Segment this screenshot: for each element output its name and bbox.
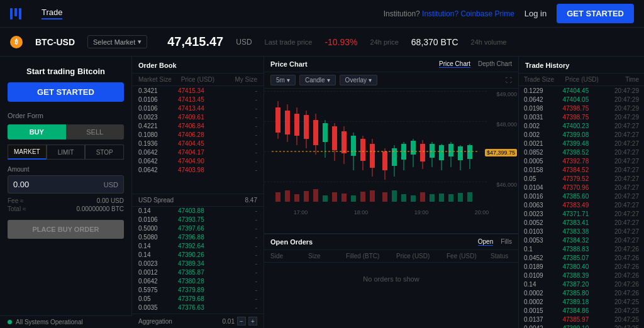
bid-row[interactable]: 0.0035 47376.63 - [132, 303, 264, 312]
total-label: Total ≈ [8, 205, 26, 212]
ask-row[interactable]: 0.0023 47409.61 - [132, 112, 264, 121]
agg-plus-button[interactable]: + [248, 317, 257, 325]
th-time: 20:47:25 [601, 307, 639, 314]
th-price: 47400.23 [563, 123, 602, 129]
ask-row[interactable]: 0.0642 47404.90 - [132, 156, 264, 165]
ask-row[interactable]: 0.0642 47403.98 - [132, 165, 264, 174]
ask-row[interactable]: 0.1080 47406.28 - [132, 130, 264, 139]
th-price: 47385.60 [563, 193, 602, 200]
open-orders-tabs: Open Fills [478, 238, 512, 246]
buy-tab[interactable]: BUY [8, 124, 66, 139]
ask-size: 0.0106 [138, 96, 178, 103]
svg-rect-23 [285, 190, 290, 202]
th-time: 20:47:26 [601, 254, 639, 261]
ask-row[interactable]: 0.4221 47406.84 - [132, 121, 264, 130]
bid-row[interactable]: 0.14 47392.64 - [132, 242, 264, 251]
market-order-tab[interactable]: MARKET [8, 145, 47, 160]
candle-chevron: ▾ [327, 77, 330, 84]
ask-row[interactable]: 0.0106 47413.45 - [132, 95, 264, 104]
th-price: 47380.40 [563, 263, 602, 270]
bid-size: 0.14 [138, 243, 178, 249]
place-order-button[interactable]: PLACE BUY ORDER [8, 220, 124, 239]
th-size: 0.0852 [524, 149, 563, 156]
ask-row[interactable]: 0.1936 47404.45 - [132, 139, 264, 148]
th-size: 0.0031 [524, 114, 563, 121]
get-started-panel-button[interactable]: GET STARTED [8, 82, 124, 102]
ask-size: 0.4221 [138, 123, 178, 129]
th-size: 0.0109 [524, 272, 563, 279]
bid-row[interactable]: 0.5080 47396.88 - [132, 233, 264, 242]
bid-row[interactable]: 0.0012 47385.87 - [132, 268, 264, 277]
th-time: 20:47:27 [601, 158, 639, 165]
bid-row[interactable]: 0.0023 47389.34 - [132, 260, 264, 268]
th-size: 0.0189 [524, 263, 563, 270]
select-market-button[interactable]: Select Market ▾ [87, 35, 147, 48]
ask-price: 47404.90 [178, 158, 218, 165]
bid-price: 47396.88 [178, 234, 218, 241]
ask-my-size: - [218, 96, 257, 103]
login-button[interactable]: Log in [525, 9, 547, 18]
amount-input[interactable]: 0.00 USD [8, 175, 124, 194]
th-time: 20:47:25 [601, 325, 639, 329]
price-chart-area: Price Chart Price Chart Depth Chart 5m ▾… [264, 57, 518, 234]
trade-history-row: 0.0452 47385.07 20:47:26 [519, 253, 644, 262]
svg-rect-25 [304, 191, 309, 202]
order-book-header: Market Size Price (USD) My Size [132, 74, 264, 86]
th-size: 0.0042 [524, 325, 563, 329]
bid-row[interactable]: 0.14 47390.26 - [132, 251, 264, 260]
th-time: 20:47:27 [601, 210, 639, 217]
get-started-nav-button[interactable]: GET STARTED [557, 4, 634, 23]
timeframe-button[interactable]: 5m ▾ [270, 75, 296, 85]
price-label-46k: $46,000 [496, 182, 517, 188]
candle-type-button[interactable]: Candle ▾ [299, 75, 336, 85]
th-time: 20:47:26 [601, 263, 639, 270]
fee-value: 0.00 USD [97, 197, 124, 204]
bid-row[interactable]: 0.0642 47380.28 - [132, 277, 264, 286]
fills-tab[interactable]: Fills [501, 238, 512, 246]
limit-order-tab[interactable]: LIMIT [47, 145, 86, 160]
bid-my-size: - [218, 304, 257, 311]
bid-row[interactable]: 0.5000 47397.66 - [132, 224, 264, 233]
depth-chart-tab[interactable]: Depth Chart [478, 60, 512, 68]
bid-row[interactable]: 0.0106 47393.75 - [132, 216, 264, 224]
open-orders-empty: No orders to show [264, 263, 518, 295]
svg-rect-40 [411, 141, 416, 155]
ask-row[interactable]: 0.0106 47413.44 - [132, 104, 264, 112]
th-size: 0.0005 [524, 158, 563, 165]
ask-price: 47413.45 [178, 96, 218, 103]
bid-price: 47389.34 [178, 260, 218, 267]
svg-rect-54 [392, 190, 397, 202]
agg-minus-button[interactable]: − [237, 317, 246, 325]
nav-trade[interactable]: Trade [42, 8, 62, 19]
ask-my-size: - [218, 167, 257, 173]
coinbase-prime-link[interactable]: Institution? Coinbase Prime [422, 9, 514, 18]
coinbase-logo [10, 8, 21, 19]
bid-size: 0.0106 [138, 216, 178, 223]
aggregation-row: Aggregation 0.01 − + [132, 314, 264, 328]
bid-my-size: - [218, 207, 257, 214]
change-label: 24h price [370, 38, 399, 46]
ask-price: 47406.28 [178, 131, 218, 138]
bid-row[interactable]: 0.5975 47379.89 - [132, 286, 264, 295]
ask-my-size: - [218, 131, 257, 138]
overlay-button[interactable]: Overlay ▾ [340, 75, 377, 85]
bid-size: 0.0642 [138, 278, 178, 285]
sell-tab[interactable]: SELL [66, 124, 125, 139]
bid-row[interactable]: 0.14 47403.88 - [132, 207, 264, 216]
ask-row[interactable]: 0.0642 47404.17 - [132, 148, 264, 156]
ticker-price: 47,415.47 [167, 35, 223, 49]
ask-my-size: - [218, 149, 257, 156]
chart-expand-icon[interactable]: ⛶ [506, 77, 512, 84]
ask-row[interactable]: 0.3421 47415.34 - [132, 86, 264, 95]
open-tab[interactable]: Open [478, 238, 493, 246]
bid-row[interactable]: 0.05 47379.68 - [132, 295, 264, 303]
th-price: 47388.39 [563, 272, 602, 279]
svg-rect-1 [275, 107, 280, 133]
th-price: 47383.38 [563, 228, 602, 235]
stop-order-tab[interactable]: STOP [85, 145, 124, 160]
logo-bar-2 [14, 8, 17, 16]
svg-rect-62 [467, 192, 472, 202]
th-size: 0.002 [524, 123, 563, 129]
price-chart-tab[interactable]: Price Chart [439, 60, 470, 68]
candle-label: Candle [305, 77, 325, 84]
